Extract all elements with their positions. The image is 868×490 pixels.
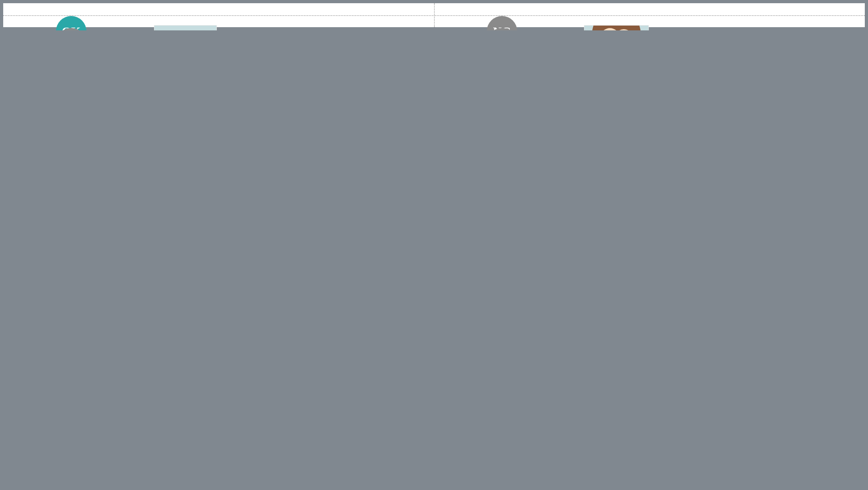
- panel-ok-correct-size: OK 月 日 男 ・ 女: [3, 3, 434, 15]
- panel-ng-too-close: NG 月 日 男 ・ 女: [434, 3, 865, 15]
- comparison-grid: OK 月 日 男 ・ 女: [3, 3, 865, 27]
